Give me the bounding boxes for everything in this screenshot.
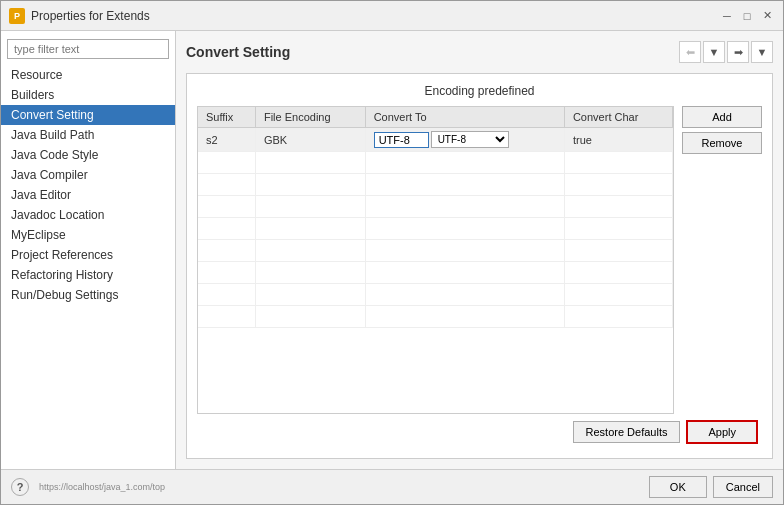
table-container: Suffix File Encoding Convert To Convert … xyxy=(197,106,762,414)
encoding-table: Suffix File Encoding Convert To Convert … xyxy=(198,107,673,328)
sidebar-item-java-compiler[interactable]: Java Compiler xyxy=(1,165,175,185)
window-title: Properties for Extends xyxy=(31,9,150,23)
table-row: s2 GBK UTF-8 GBK ISO-885 xyxy=(198,128,673,152)
empty-row-4 xyxy=(198,218,673,240)
cell-suffix: s2 xyxy=(198,128,255,152)
nav-buttons: ⬅ ▼ ➡ ▼ xyxy=(679,41,773,63)
sidebar-item-java-code-style[interactable]: Java Code Style xyxy=(1,145,175,165)
window-controls: ─ □ ✕ xyxy=(719,8,775,24)
sidebar-item-myeclipse[interactable]: MyEclipse xyxy=(1,225,175,245)
content-area: Convert Setting ⬅ ▼ ➡ ▼ Encoding predefi… xyxy=(176,31,783,469)
add-button[interactable]: Add xyxy=(682,106,762,128)
col-convert-char: Convert Char xyxy=(564,107,672,128)
apply-button[interactable]: Apply xyxy=(686,420,758,444)
app-icon: P xyxy=(9,8,25,24)
cell-convert-char: true xyxy=(564,128,672,152)
sidebar: Resource Builders Convert Setting Java B… xyxy=(1,31,176,469)
sidebar-item-java-editor[interactable]: Java Editor xyxy=(1,185,175,205)
settings-panel: Encoding predefined Suffix File Encoding… xyxy=(186,73,773,459)
sidebar-item-refactoring-history[interactable]: Refactoring History xyxy=(1,265,175,285)
nav-dropdown-button[interactable]: ▼ xyxy=(703,41,725,63)
sidebar-item-convert-setting[interactable]: Convert Setting xyxy=(1,105,175,125)
sidebar-item-javadoc-location[interactable]: Javadoc Location xyxy=(1,205,175,225)
help-button[interactable]: ? xyxy=(11,478,29,496)
footer: ? https://localhost/java_1.com/top OK Ca… xyxy=(1,469,783,504)
convert-to-dropdown[interactable]: UTF-8 GBK ISO-8859-1 xyxy=(431,131,509,148)
maximize-button[interactable]: □ xyxy=(739,8,755,24)
side-buttons: Add Remove xyxy=(682,106,762,414)
page-title: Convert Setting xyxy=(186,44,290,60)
cell-convert-to: UTF-8 GBK ISO-8859-1 xyxy=(365,128,564,152)
convert-to-input[interactable] xyxy=(374,132,429,148)
sidebar-item-run-debug-settings[interactable]: Run/Debug Settings xyxy=(1,285,175,305)
ok-button[interactable]: OK xyxy=(649,476,707,498)
table-header-row: Suffix File Encoding Convert To Convert … xyxy=(198,107,673,128)
cell-file-encoding: GBK xyxy=(255,128,365,152)
filter-input[interactable] xyxy=(7,39,169,59)
sidebar-item-project-references[interactable]: Project References xyxy=(1,245,175,265)
remove-button[interactable]: Remove xyxy=(682,132,762,154)
footer-left: ? https://localhost/java_1.com/top xyxy=(11,478,165,496)
cancel-button[interactable]: Cancel xyxy=(713,476,773,498)
col-file-encoding: File Encoding xyxy=(255,107,365,128)
empty-row-2 xyxy=(198,174,673,196)
panel-bottom-bar: Restore Defaults Apply xyxy=(197,414,762,448)
empty-row-8 xyxy=(198,306,673,328)
sidebar-item-builders[interactable]: Builders xyxy=(1,85,175,105)
empty-row-5 xyxy=(198,240,673,262)
col-suffix: Suffix xyxy=(198,107,255,128)
main-content: Resource Builders Convert Setting Java B… xyxy=(1,31,783,469)
convert-to-cell: UTF-8 GBK ISO-8859-1 xyxy=(374,131,556,148)
restore-defaults-button[interactable]: Restore Defaults xyxy=(573,421,681,443)
nav-dropdown2-button[interactable]: ▼ xyxy=(751,41,773,63)
close-button[interactable]: ✕ xyxy=(759,8,775,24)
back-button[interactable]: ⬅ xyxy=(679,41,701,63)
sidebar-item-java-build-path[interactable]: Java Build Path xyxy=(1,125,175,145)
panel-title: Encoding predefined xyxy=(197,84,762,98)
col-convert-to: Convert To xyxy=(365,107,564,128)
title-bar-left: P Properties for Extends xyxy=(9,8,150,24)
footer-right: OK Cancel xyxy=(649,476,773,498)
empty-row-6 xyxy=(198,262,673,284)
table-wrapper: Suffix File Encoding Convert To Convert … xyxy=(197,106,674,414)
forward-button[interactable]: ➡ xyxy=(727,41,749,63)
main-window: P Properties for Extends ─ □ ✕ Resource … xyxy=(0,0,784,505)
empty-row-3 xyxy=(198,196,673,218)
empty-row-1 xyxy=(198,152,673,174)
footer-url: https://localhost/java_1.com/top xyxy=(39,482,165,492)
empty-row-7 xyxy=(198,284,673,306)
sidebar-item-resource[interactable]: Resource xyxy=(1,65,175,85)
content-header: Convert Setting ⬅ ▼ ➡ ▼ xyxy=(186,41,773,63)
minimize-button[interactable]: ─ xyxy=(719,8,735,24)
title-bar: P Properties for Extends ─ □ ✕ xyxy=(1,1,783,31)
